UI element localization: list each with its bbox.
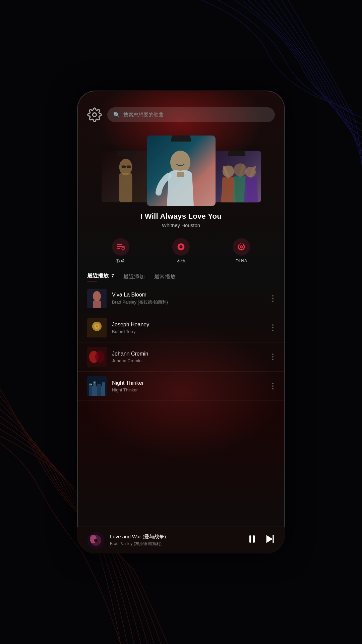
song-thumb-1 (87, 289, 107, 308)
svg-rect-56 (253, 535, 255, 542)
svg-rect-20 (117, 246, 122, 247)
song-item-2[interactable]: Joseph Heaney Buford Terry (77, 313, 285, 342)
song-artist-1: Brad Paisley (布拉德·帕斯利) (112, 299, 265, 305)
nav-item-local[interactable]: 本地 (172, 238, 190, 264)
song-title-4: Night Thinker (112, 380, 265, 386)
nav-label-playlist: 歌单 (116, 258, 125, 264)
song-title-3: Johann Cremin (112, 351, 265, 357)
svg-point-1 (93, 113, 97, 117)
svg-rect-48 (89, 384, 90, 385)
song-info-3: Johann Cremin Johann Cremin (112, 351, 265, 363)
phone-shell: 🔍 搜索您想要的歌曲 (77, 91, 285, 553)
bar-thumb (87, 532, 105, 549)
album-card-center[interactable] (147, 136, 216, 206)
now-playing-bar[interactable]: Love and War (爱与战争) Brad Paisley (布拉德·帕斯… (77, 527, 285, 553)
svg-marker-57 (266, 535, 273, 543)
song-info-2: Joseph Heaney Buford Terry (112, 322, 265, 334)
tabs-bar: 最近播放 7 最近添加 最常播放 (77, 268, 285, 284)
svg-point-38 (96, 325, 98, 327)
album-card-right[interactable] (212, 151, 260, 203)
search-placeholder: 搜索您想要的歌曲 (123, 112, 164, 118)
svg-rect-34 (93, 301, 101, 308)
nav-label-local: 本地 (177, 258, 185, 264)
song-more-3[interactable] (271, 352, 275, 362)
song-more-4[interactable] (271, 381, 275, 391)
bar-title: Love and War (爱与战争) (110, 534, 241, 540)
tab-recent-add[interactable]: 最近添加 (123, 273, 145, 280)
now-playing-info: I Will Always Love You Whitney Houston (77, 206, 285, 232)
song-list: Viva La Bloom Brad Paisley (布拉德·帕斯利) (77, 284, 285, 527)
svg-rect-6 (126, 166, 130, 168)
album-card-left[interactable] (101, 151, 150, 203)
song-more-2[interactable] (271, 323, 275, 332)
song-artist-2: Buford Terry (112, 329, 265, 334)
svg-rect-21 (117, 248, 120, 249)
song-item-4[interactable]: Night Thinker Night Thinker (77, 372, 285, 401)
svg-rect-55 (249, 535, 251, 542)
svg-rect-19 (117, 244, 122, 245)
tab-recent[interactable]: 最近播放 7 (87, 272, 114, 281)
svg-rect-4 (119, 173, 132, 203)
song-item-3[interactable]: Johann Cremin Johann Cremin (77, 342, 285, 372)
svg-rect-11 (147, 136, 216, 206)
nav-item-playlist[interactable]: 歌单 (112, 238, 129, 264)
svg-rect-5 (121, 166, 125, 168)
song-info-4: Night Thinker Night Thinker (112, 380, 265, 392)
pause-button[interactable] (247, 534, 257, 547)
bar-artist: Brad Paisley (布拉德·帕斯利) (110, 541, 241, 547)
bar-controls (247, 534, 275, 547)
song-artist-3: Johann Cremin (112, 358, 265, 363)
svg-point-41 (95, 351, 105, 363)
song-info-1: Viva La Bloom Brad Paisley (布拉德·帕斯利) (112, 292, 265, 305)
song-artist-4: Night Thinker (112, 387, 265, 392)
song-thumb-3 (87, 347, 107, 367)
now-playing-title: I Will Always Love You (84, 212, 278, 221)
svg-rect-46 (97, 384, 101, 396)
search-icon: 🔍 (113, 112, 120, 118)
bar-info: Love and War (爱与战争) Brad Paisley (布拉德·帕斯… (110, 534, 241, 547)
svg-point-33 (93, 291, 101, 301)
song-more-1[interactable] (271, 294, 275, 303)
svg-rect-58 (273, 535, 274, 543)
song-title-1: Viva La Bloom (112, 292, 265, 298)
nav-label-dlna: DLNA (236, 258, 247, 263)
svg-point-30 (241, 246, 242, 248)
song-thumb-4 (87, 376, 107, 396)
song-title-2: Joseph Heaney (112, 322, 265, 328)
now-playing-artist: Whitney Houston (84, 222, 278, 228)
song-item-1[interactable]: Viva La Bloom Brad Paisley (布拉德·帕斯利) (77, 284, 285, 313)
svg-rect-47 (102, 382, 105, 396)
svg-point-54 (94, 539, 98, 542)
album-carousel[interactable] (77, 129, 285, 206)
svg-rect-50 (94, 382, 95, 383)
next-button[interactable] (264, 534, 275, 547)
tab-most-played[interactable]: 最常播放 (154, 273, 176, 280)
settings-icon[interactable] (87, 107, 102, 122)
svg-rect-49 (91, 384, 92, 385)
song-thumb-2 (87, 318, 107, 337)
nav-icons: 歌单 本地 (77, 232, 285, 268)
svg-point-27 (180, 246, 182, 248)
nav-item-dlna[interactable]: DLNA (233, 238, 250, 264)
search-bar[interactable]: 🔍 搜索您想要的歌曲 (107, 107, 275, 122)
svg-rect-45 (93, 381, 96, 396)
header: 🔍 搜索您想要的歌曲 (77, 91, 285, 129)
